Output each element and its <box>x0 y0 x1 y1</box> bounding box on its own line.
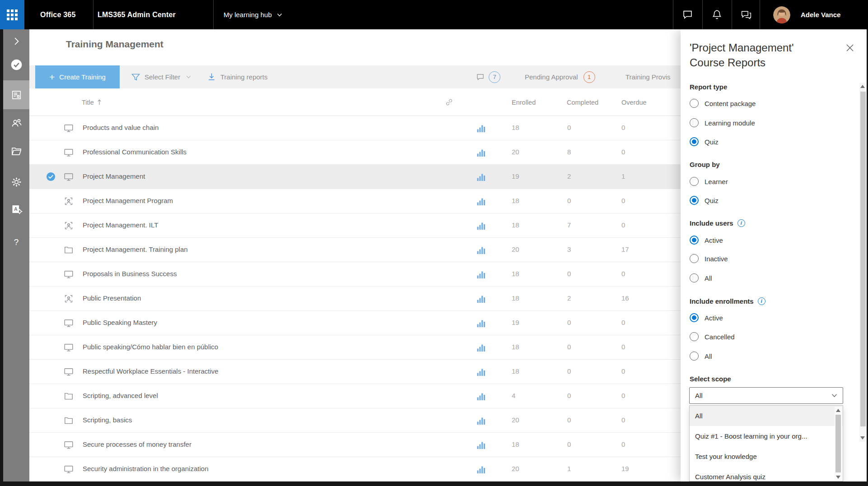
table-row[interactable]: Public speaking/Cómo hablar bien en públ… <box>29 335 681 360</box>
radio-learner[interactable]: Learner <box>690 176 728 187</box>
admin-center-brand[interactable]: LMS365 Admin Center <box>98 0 176 29</box>
training-title-link[interactable]: Public speaking/Cómo hablar bien en públ… <box>83 343 218 351</box>
scroll-down-icon[interactable] <box>860 436 865 440</box>
radio-selected-icon[interactable] <box>690 313 699 322</box>
training-title-link[interactable]: Scripting, basics <box>83 416 132 424</box>
sidebar-item-settings[interactable] <box>3 170 29 194</box>
training-report-chart-icon[interactable] <box>476 245 486 255</box>
column-header-link[interactable] <box>444 88 454 116</box>
training-report-chart-icon[interactable] <box>476 294 486 304</box>
radio-icon[interactable] <box>690 352 699 361</box>
sidebar-expand-button[interactable] <box>3 29 29 53</box>
select-filter-dropdown[interactable]: Select Filter <box>131 65 191 88</box>
panel-scrollbar[interactable] <box>859 83 866 442</box>
scope-option[interactable]: Customer Analysis quiz <box>690 467 843 481</box>
column-header-overdue[interactable]: Overdue <box>621 88 647 116</box>
table-row[interactable]: Project Management. Training plan20317 <box>29 238 681 262</box>
training-report-chart-icon[interactable] <box>476 367 486 377</box>
table-row[interactable]: Secure processes of money transfer1800 <box>29 433 681 457</box>
training-title-link[interactable]: Project Management Program <box>83 197 173 204</box>
training-report-chart-icon[interactable] <box>476 464 486 474</box>
table-row[interactable]: Scripting, advanced level400 <box>29 384 681 408</box>
training-title-link[interactable]: Scripting, advanced level <box>83 392 158 399</box>
training-title-link[interactable]: Respectful Workplace Essentials - Intera… <box>83 367 219 375</box>
scope-option[interactable]: Test your knowledge <box>690 446 843 467</box>
panel-close-button[interactable] <box>845 43 855 53</box>
table-row[interactable]: Security administration in the organizat… <box>29 457 681 481</box>
training-report-chart-icon[interactable] <box>476 318 486 328</box>
table-row[interactable]: Respectful Workplace Essentials - Intera… <box>29 360 681 384</box>
radio-enrollments-active[interactable]: Active <box>690 312 723 324</box>
sidebar-item-content-storage[interactable] <box>3 139 29 163</box>
table-row[interactable]: Products and value chain1800 <box>29 116 681 140</box>
training-report-chart-icon[interactable] <box>476 343 486 352</box>
radio-users-all[interactable]: All <box>690 272 712 284</box>
table-row[interactable]: Scripting, basics2000 <box>29 408 681 433</box>
radio-icon[interactable] <box>690 177 699 186</box>
dropdown-scrollbar[interactable] <box>835 407 842 481</box>
training-title-link[interactable]: Products and value chain <box>83 124 159 131</box>
radio-icon[interactable] <box>690 118 699 127</box>
radio-selected-icon[interactable] <box>690 137 699 146</box>
feedback-button[interactable] <box>681 0 694 29</box>
training-title-link[interactable]: Project Management. ILT <box>83 221 158 229</box>
training-report-chart-icon[interactable] <box>476 196 486 206</box>
radio-learning-module[interactable]: Learning module <box>690 117 755 129</box>
scope-option[interactable]: All <box>690 406 843 426</box>
sidebar-item-admin-app[interactable]: A <box>3 197 29 221</box>
training-title-link[interactable]: Proposals in Business Success <box>83 270 177 278</box>
training-report-chart-icon[interactable] <box>476 269 486 279</box>
my-learning-hub-menu[interactable]: My learning hub <box>224 0 283 29</box>
sidebar-item-users[interactable] <box>3 111 29 134</box>
column-header-completed[interactable]: Completed <box>567 88 598 116</box>
column-header-enrolled[interactable]: Enrolled <box>512 88 536 116</box>
user-name[interactable]: Adele Vance <box>801 0 840 29</box>
table-row[interactable]: Proposals in Business Success1800 <box>29 262 681 287</box>
scroll-up-icon[interactable] <box>860 85 865 88</box>
table-row[interactable]: Public Speaking Mastery1900 <box>29 311 681 335</box>
table-row[interactable]: Project Management. ILT1870 <box>29 213 681 238</box>
scope-select[interactable]: All <box>689 387 843 404</box>
scroll-down-icon[interactable] <box>836 476 840 479</box>
radio-icon[interactable] <box>690 273 699 282</box>
radio-icon[interactable] <box>690 332 699 341</box>
training-reports-button[interactable]: Training reports <box>207 65 268 88</box>
training-report-chart-icon[interactable] <box>476 123 486 133</box>
training-report-chart-icon[interactable] <box>476 391 486 401</box>
app-launcher-button[interactable] <box>0 0 24 29</box>
training-report-chart-icon[interactable] <box>476 221 486 231</box>
radio-icon[interactable] <box>690 99 699 108</box>
training-provisioning-tab[interactable]: Training Provis <box>625 65 680 88</box>
scroll-up-icon[interactable] <box>836 409 840 412</box>
column-header-title[interactable]: Title <box>82 88 102 116</box>
user-menu[interactable] <box>773 0 790 29</box>
table-row[interactable]: Public Presentation18216 <box>29 287 681 311</box>
radio-content-package[interactable]: Content package <box>690 97 756 109</box>
scrollbar-thumb[interactable] <box>835 415 841 472</box>
table-row[interactable]: Professional Communication Skills2080 <box>29 140 681 165</box>
radio-enrollments-cancelled[interactable]: Cancelled <box>690 331 735 343</box>
radio-quiz[interactable]: Quiz <box>690 136 719 148</box>
radio-users-inactive[interactable]: Inactive <box>690 253 728 264</box>
notifications-button[interactable] <box>711 0 723 29</box>
chat-button[interactable] <box>740 0 752 29</box>
training-title-link[interactable]: Professional Communication Skills <box>83 148 187 156</box>
radio-selected-icon[interactable] <box>690 236 699 245</box>
scope-option[interactable]: Quiz #1 - Boost learning in your org... <box>690 426 843 446</box>
training-title-link[interactable]: Public Presentation <box>83 294 141 302</box>
comments-button[interactable]: 7 <box>476 65 500 88</box>
table-row[interactable]: Project Management Program1800 <box>29 189 681 213</box>
training-title-link[interactable]: Secure processes of money transfer <box>83 440 191 448</box>
scrollbar-thumb[interactable] <box>860 92 866 426</box>
radio-selected-icon[interactable] <box>690 196 699 205</box>
training-report-chart-icon[interactable] <box>476 172 486 182</box>
radio-icon[interactable] <box>690 254 699 263</box>
pending-approval-tab[interactable]: Pending Approval 1 <box>525 65 595 88</box>
create-training-button[interactable]: + Create Training <box>35 65 120 88</box>
training-title-link[interactable]: Security administration in the organizat… <box>83 465 208 472</box>
sidebar-item-help[interactable]: ? <box>3 231 29 254</box>
radio-users-active[interactable]: Active <box>690 234 723 246</box>
training-title-link[interactable]: Project Management <box>83 172 145 180</box>
sidebar-item-course-catalog[interactable] <box>3 53 29 76</box>
training-report-chart-icon[interactable] <box>476 416 486 426</box>
